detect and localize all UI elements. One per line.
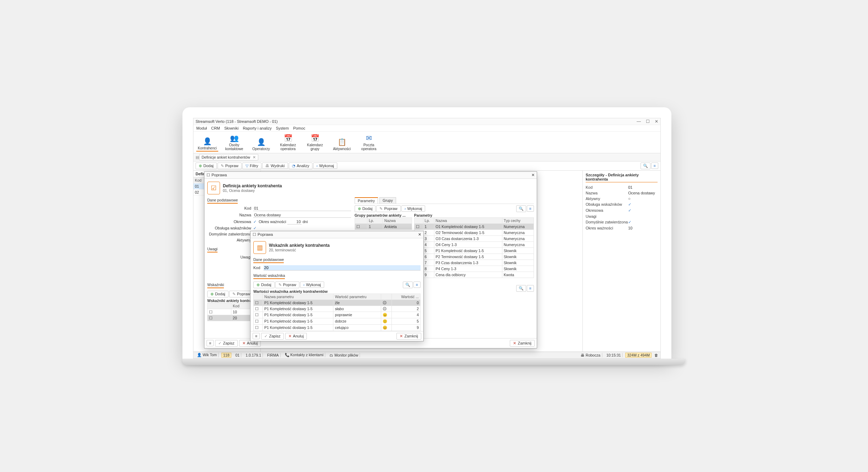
- minimize-icon[interactable]: —: [637, 119, 641, 124]
- menu-item[interactable]: Raporty i analizy: [243, 126, 271, 130]
- table-row[interactable]: ☐1O1 Kompletność dostawy 1-5Numeryczna: [414, 223, 534, 229]
- pencil-icon: ✎: [278, 283, 282, 287]
- table-row[interactable]: ☐P1 Kompletność dostawy 1-5źle☹0: [254, 300, 421, 306]
- plus-icon: ⊕: [257, 283, 260, 287]
- statusbar: 👤 Wik Tom 118 01 1.0.179.1 FIRMA 📞 Konta…: [193, 352, 660, 358]
- list-button[interactable]: ≡: [527, 285, 534, 292]
- add-button[interactable]: ⊕Dodaj: [253, 282, 275, 288]
- chart-icon: ▥: [253, 241, 266, 254]
- dialog-title: ☐ Poprawa: [253, 232, 273, 237]
- close-icon[interactable]: ✕: [418, 232, 421, 237]
- table-row[interactable]: ☐8P4 Ceny 1-3Słownik: [414, 266, 534, 272]
- tab-grupy[interactable]: Grupy: [379, 197, 396, 204]
- groups-table: Lp.Nazwa ☐1Ankieta: [355, 217, 412, 230]
- close-button[interactable]: ✕Zamknij: [396, 333, 421, 340]
- list-icon: ≡: [529, 206, 531, 211]
- list-button[interactable]: ≡: [527, 205, 534, 212]
- search-button[interactable]: 🔍: [403, 282, 413, 288]
- status-mode: 🖶 Robocza: [579, 353, 602, 357]
- table-row[interactable]: ☐3O3 Czas dostarczenia 1-3Numeryczna: [414, 235, 534, 241]
- execute-button[interactable]: ›Wykonaj: [300, 282, 324, 288]
- window-titlebar: Streamsoft Verto (118 - Streamsoft DEMO …: [193, 118, 660, 125]
- check-icon: ✓: [218, 341, 221, 346]
- filter-button[interactable]: ▽Filtry: [242, 163, 261, 169]
- ribbon-kalendarz-op[interactable]: 📅Kalendarz operatora: [277, 133, 299, 152]
- tab-parametry[interactable]: Parametry: [355, 197, 378, 204]
- status-memory: 324M z 494M: [625, 353, 652, 358]
- list-icon: 📋: [338, 138, 346, 146]
- tab-close-icon[interactable]: ✕: [253, 155, 256, 159]
- contact-icon: 👤: [203, 137, 212, 146]
- table-row[interactable]: ☐P1 Kompletność dostawy 1-5poprawnie😐4: [254, 312, 421, 318]
- edit-button[interactable]: ✎Popraw: [275, 282, 299, 288]
- list-button[interactable]: ≡: [413, 282, 421, 288]
- pencil-icon: ✎: [232, 292, 236, 296]
- cancel-button[interactable]: ✕Anuluj: [285, 333, 307, 340]
- table-row[interactable]: ☐P1 Kompletność dostawy 1-5dobrze🙂5: [254, 318, 421, 324]
- table-row[interactable]: ☐4O4 Ceny 1-3Numeryczna: [414, 241, 534, 248]
- table-row[interactable]: ☐7P3 Czas dostarczenia 1-3Słownik: [414, 260, 534, 266]
- table-row[interactable]: ☐9Cena dla odbiorcyKwota: [414, 272, 534, 278]
- menu-item[interactable]: Słowniki: [224, 126, 238, 130]
- search-icon: 🔍: [519, 206, 524, 211]
- face-icon: 😊: [381, 324, 391, 331]
- status-link[interactable]: 📞 Kontakty z klientami: [283, 353, 325, 357]
- close-button[interactable]: ✕Zamknij: [510, 340, 535, 347]
- add-button[interactable]: ⊕Dodaj: [207, 291, 229, 297]
- ribbon-aktywnosci[interactable]: 📋Aktywności: [331, 133, 353, 152]
- ribbon-kalendarz-gr[interactable]: 📅Kalendarz grupy: [304, 133, 326, 152]
- search-button[interactable]: 🔍: [516, 285, 526, 292]
- search-button[interactable]: 🔍: [516, 205, 526, 212]
- menu-item[interactable]: System: [276, 126, 289, 130]
- save-button[interactable]: ✓Zapisz: [215, 340, 237, 347]
- user-icon: 👤: [257, 138, 266, 146]
- save-button[interactable]: ✓Zapisz: [261, 333, 283, 340]
- add-button[interactable]: ⊕Dodaj: [355, 205, 376, 212]
- status-badge: 118: [221, 353, 231, 358]
- x-icon: ✕: [513, 341, 516, 346]
- face-icon: ☹: [381, 306, 391, 312]
- menu-icon[interactable]: ≡: [253, 333, 260, 339]
- dialog-poprawa-wskaznik: ☐ Poprawa ✕ ▥ Wskaźnik ankiety kontrahen…: [250, 231, 424, 341]
- status-link[interactable]: 🗀 Monitor plików: [328, 353, 360, 357]
- table-row[interactable]: ☐P1 Kompletność dostawy 1-5celująco😊9: [254, 324, 421, 331]
- table-row[interactable]: ☐P1 Kompletność dostawy 1-5słabo☹2: [254, 306, 421, 312]
- execute-button[interactable]: ›Wykonaj: [313, 163, 337, 169]
- pencil-icon: ✎: [221, 164, 224, 168]
- table-row[interactable]: ☐5P1 Kompletność dostawy 1-5Słownik: [414, 248, 534, 254]
- plus-icon: ⊕: [199, 164, 202, 168]
- ribbon-osoby[interactable]: 👥Osoby kontaktowe: [223, 133, 245, 152]
- menu-icon[interactable]: ≡: [207, 340, 214, 346]
- menu-item[interactable]: CRM: [211, 126, 220, 130]
- add-button[interactable]: ⊕Dodaj: [196, 163, 217, 169]
- filter-icon: ▽: [246, 164, 248, 168]
- trash-icon[interactable]: 🗑: [654, 353, 658, 357]
- execute-button[interactable]: ›Wykonaj: [401, 205, 425, 212]
- details-title: Szczegóły - Definicja ankiety kontrahent…: [586, 173, 658, 182]
- print-button[interactable]: 🖶Wydruki: [262, 163, 288, 169]
- ribbon-poczta[interactable]: ✉Poczta operatora: [358, 133, 380, 152]
- x-icon: ✕: [400, 334, 403, 339]
- maximize-icon[interactable]: ☐: [646, 119, 650, 124]
- search-icon: 🔍: [405, 283, 410, 287]
- ribbon-kontrahenci[interactable]: 👤Kontrahenci: [196, 133, 218, 152]
- table-row[interactable]: ☐1Ankieta: [355, 223, 412, 229]
- search-button[interactable]: 🔍: [641, 163, 650, 169]
- ribbon-operatorzy[interactable]: 👤Operatorzy: [250, 133, 272, 152]
- analyze-button[interactable]: ◔Analizy: [289, 163, 312, 169]
- menu-item[interactable]: Moduł: [196, 126, 207, 130]
- close-icon[interactable]: ✕: [531, 173, 535, 177]
- edit-button[interactable]: ✎Popraw: [376, 205, 400, 212]
- close-icon[interactable]: ✕: [655, 119, 658, 124]
- table-row[interactable]: ☐6P2 Terminowość dostawy 1-5Słownik: [414, 254, 534, 260]
- edit-button[interactable]: ✎Popraw: [229, 291, 253, 297]
- menu-item[interactable]: Pomoc: [293, 126, 305, 130]
- search-icon: 🔍: [643, 164, 648, 168]
- list-button[interactable]: ≡: [651, 163, 658, 169]
- tab-definicje[interactable]: Definicje ankiet kontrahentów ✕: [199, 154, 258, 160]
- table-row[interactable]: ☐2O2 Terminowość dostawy 1-5Numeryczna: [414, 229, 534, 235]
- kod-input[interactable]: [264, 265, 421, 271]
- edit-button[interactable]: ✎Popraw: [218, 163, 242, 169]
- x-icon: ✕: [288, 334, 292, 339]
- x-icon: ✕: [242, 341, 246, 346]
